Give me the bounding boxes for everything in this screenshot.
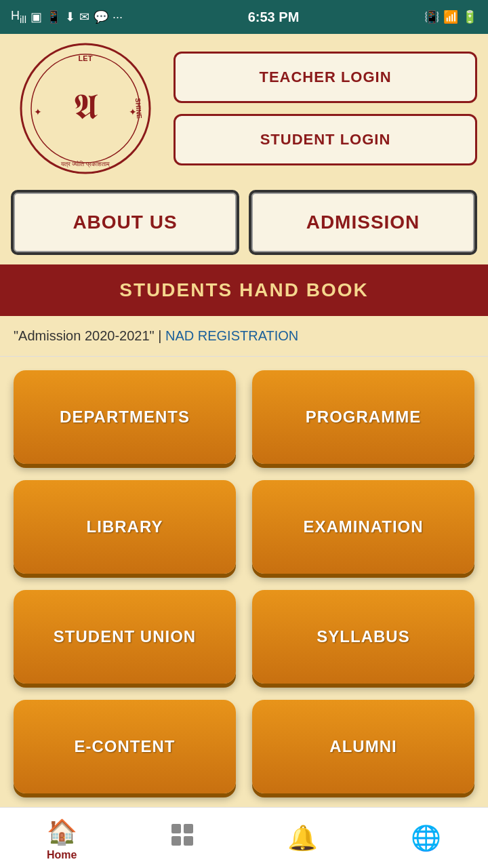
login-buttons: TEACHER LOGIN STUDENT LOGIN	[174, 52, 477, 165]
more-icon: ···	[113, 10, 123, 24]
battery-icon: 🔋	[462, 9, 477, 24]
grid-btn-programme[interactable]: PROGRAMME	[252, 370, 474, 464]
vibrate-icon: 📳	[424, 9, 439, 24]
home-icon: 🏠	[47, 818, 77, 846]
handbook-banner[interactable]: STUDENTS HAND BOOK	[0, 264, 488, 316]
grid-btn-alumni[interactable]: ALUMNI	[252, 700, 474, 793]
student-login-button[interactable]: STUDENT LOGIN	[174, 114, 477, 165]
status-bar: Hill ▣ 📱 ⬇ ✉ 💬 ··· 6:53 PM 📳 📶 🔋	[0, 0, 488, 34]
grid-btn-e-content[interactable]: E-CONTENT	[14, 700, 236, 793]
svg-rect-8	[171, 824, 181, 833]
nav-home[interactable]: 🏠 Home	[47, 818, 77, 861]
status-time: 6:53 PM	[248, 9, 300, 25]
nav-globe[interactable]: 🌐	[411, 824, 441, 855]
sim-icon: ▣	[30, 9, 42, 24]
wifi-icon: 📶	[443, 9, 458, 24]
admission-button[interactable]: ADMISSION	[249, 190, 477, 255]
grid-btn-student-union[interactable]: STUDENT UNION	[14, 590, 236, 684]
download-icon: ⬇	[65, 9, 75, 24]
svg-text:𝕬: 𝕬	[73, 87, 98, 126]
nad-registration-link[interactable]: NAD REGISTRATION	[165, 328, 298, 343]
svg-rect-10	[171, 836, 181, 846]
signal-icon: Hill	[11, 9, 26, 25]
svg-rect-11	[184, 836, 193, 846]
header: LET SHINE यत्र ज्योति प्रकाशताम् 𝕬 ✦ ✦ T…	[0, 34, 488, 183]
svg-text:LET: LET	[79, 54, 93, 62]
about-us-button[interactable]: ABOUT US	[11, 190, 239, 255]
nav-home-label: Home	[47, 849, 77, 861]
teacher-login-button[interactable]: TEACHER LOGIN	[174, 52, 477, 103]
svg-text:यत्र ज्योति प्रकाशताम्: यत्र ज्योति प्रकाशताम्	[60, 160, 110, 168]
nav-grid[interactable]	[170, 823, 195, 856]
grid-icon	[170, 823, 195, 853]
main-buttons-row: ABOUT US ADMISSION	[0, 183, 488, 264]
bottom-nav: 🏠 Home 🔔 🌐	[0, 807, 488, 868]
nav-notifications[interactable]: 🔔	[287, 824, 318, 855]
ticker-separator: |	[158, 328, 165, 343]
ticker-bar: "Admission 2020-2021" | NAD REGISTRATION	[0, 316, 488, 357]
status-left: Hill ▣ 📱 ⬇ ✉ 💬 ···	[11, 9, 123, 25]
grid-btn-departments[interactable]: DEPARTMENTS	[14, 370, 236, 464]
whatsapp-icon: 📱	[46, 9, 61, 24]
grid-btn-library[interactable]: LIBRARY	[14, 480, 236, 574]
mail-icon: ✉	[79, 9, 89, 24]
logo-area: LET SHINE यत्र ज्योति प्रकाशताम् 𝕬 ✦ ✦	[11, 41, 160, 176]
grid-section: DEPARTMENTSPROGRAMMELIBRARYEXAMINATIONST…	[0, 357, 488, 807]
grid-btn-examination[interactable]: EXAMINATION	[252, 480, 474, 574]
grid-btn-syllabus[interactable]: SYLLABUS	[252, 590, 474, 684]
ticker-admission-text: "Admission 2020-2021"	[14, 328, 155, 343]
chat-icon: 💬	[94, 9, 108, 24]
status-right: 📳 📶 🔋	[424, 9, 477, 24]
college-logo: LET SHINE यत्र ज्योति प्रकाशताम् 𝕬 ✦ ✦	[18, 41, 153, 176]
svg-rect-9	[184, 824, 193, 833]
svg-text:✦: ✦	[129, 106, 137, 117]
svg-text:✦: ✦	[34, 106, 42, 117]
bell-icon: 🔔	[287, 824, 318, 852]
globe-icon: 🌐	[411, 824, 441, 852]
